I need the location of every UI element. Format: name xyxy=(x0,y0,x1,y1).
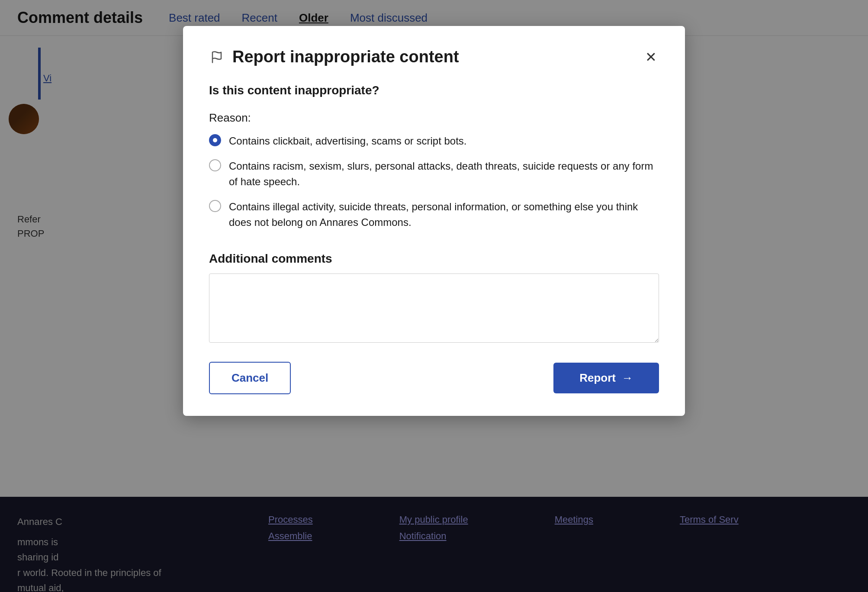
close-button[interactable]: ✕ xyxy=(643,48,659,66)
additional-comments-label: Additional comments xyxy=(209,252,659,266)
modal-header: Report inappropriate content ✕ xyxy=(209,48,659,66)
flag-icon xyxy=(209,49,225,65)
modal-title-group: Report inappropriate content xyxy=(209,48,459,66)
modal-question: Is this content inappropriate? xyxy=(209,84,659,97)
reason-radio-group: Contains clickbait, advertising, scams o… xyxy=(209,133,659,230)
report-button-label: Report xyxy=(579,371,616,385)
report-arrow-icon: → xyxy=(622,371,633,385)
reason-2-text: Contains racism, sexism, slurs, personal… xyxy=(229,158,659,190)
reason-1-item[interactable]: Contains clickbait, advertising, scams o… xyxy=(209,133,659,149)
modal-footer: Cancel Report → xyxy=(209,362,659,394)
report-modal: Report inappropriate content ✕ Is this c… xyxy=(183,26,685,416)
report-button[interactable]: Report → xyxy=(553,363,659,393)
cancel-button[interactable]: Cancel xyxy=(209,362,291,394)
reason-2-item[interactable]: Contains racism, sexism, slurs, personal… xyxy=(209,158,659,190)
reason-label: Reason: xyxy=(209,111,659,125)
reason-3-text: Contains illegal activity, suicide threa… xyxy=(229,199,659,230)
reason-1-radio[interactable] xyxy=(209,134,221,146)
modal-title: Report inappropriate content xyxy=(232,48,459,66)
comments-textarea[interactable] xyxy=(209,273,659,343)
reason-1-text: Contains clickbait, advertising, scams o… xyxy=(229,133,467,149)
reason-3-radio[interactable] xyxy=(209,200,221,212)
reason-3-item[interactable]: Contains illegal activity, suicide threa… xyxy=(209,199,659,230)
reason-2-radio[interactable] xyxy=(209,159,221,171)
